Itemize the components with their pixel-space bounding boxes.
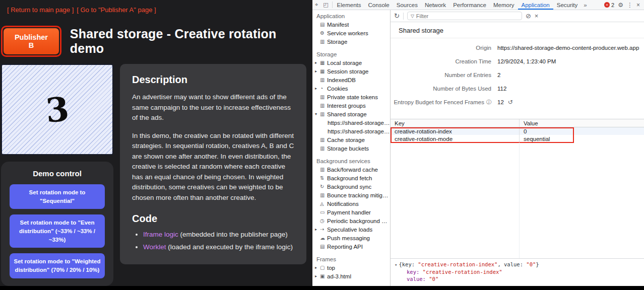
inspect-element-icon[interactable]: ⌖ xyxy=(312,0,320,10)
device-toolbar-icon[interactable]: ◰ xyxy=(320,0,331,10)
sidebar-item-reporting-api[interactable]: ▤Reporting API xyxy=(312,242,390,251)
delete-all-icon[interactable]: ⊘ xyxy=(526,12,531,20)
tab-network[interactable]: Network xyxy=(421,0,449,10)
sidebar-item-label: Push messaging xyxy=(327,235,370,241)
sidebar-item-periodic-background-s[interactable]: ◷Periodic background s… xyxy=(312,216,390,225)
close-devtools-icon[interactable]: × xyxy=(636,2,640,9)
sidebar-item-label: Cache storage xyxy=(327,137,365,143)
sidebar-section-title: Storage xyxy=(312,50,390,58)
preview-summary-line[interactable]: ▾{key: "creative-rotation-index", value:… xyxy=(395,261,640,268)
tab-elements[interactable]: Elements xyxy=(334,0,365,10)
filter-input[interactable] xyxy=(416,13,519,19)
reset-budget-icon[interactable]: ↺ xyxy=(508,99,513,106)
publisher-b-button[interactable]: Publisher B xyxy=(4,28,59,54)
preview-expander-icon[interactable]: ▾ xyxy=(395,262,397,267)
top-link-0[interactable]: [ Return to main page ] xyxy=(7,6,74,14)
tab-performance[interactable]: Performance xyxy=(449,0,490,10)
expand-icon[interactable]: ▸ xyxy=(315,265,320,270)
code-link-iframe-logic[interactable]: Iframe logic xyxy=(143,231,178,238)
sidebar-item-payment-handler[interactable]: ▭Payment handler xyxy=(312,208,390,216)
sidebar-item-bounce-tracking-mitiga[interactable]: ▥Bounce tracking mitiga… xyxy=(312,191,390,199)
preview-segment: {key: xyxy=(399,261,418,267)
sidebar-item-speculative-loads[interactable]: ▸⇢Speculative loads xyxy=(312,225,390,234)
sidebar-item-label: Private state tokens xyxy=(327,94,378,100)
table-row-creative-rotation-mode[interactable]: creative-rotation-modesequential xyxy=(391,135,644,142)
column-header-key[interactable]: Key xyxy=(391,119,519,127)
expand-icon[interactable]: ▸ xyxy=(315,274,320,278)
sidebar-item-manifest[interactable]: ▤Manifest xyxy=(312,20,390,29)
table-row-creative-rotation-index[interactable]: creative-rotation-index0 xyxy=(391,127,644,135)
sidebar-item-push-messaging[interactable]: ☁Push messaging xyxy=(312,234,390,242)
metadata-label-text: Entropy Budget for Fenced Frames xyxy=(394,99,484,105)
sidebar-item-ad-3-html[interactable]: ▸▣ad-3.html xyxy=(312,272,390,280)
metadata-label-text: Creation Time xyxy=(455,58,491,64)
page-title: Shared storage - Creative rotation demo xyxy=(70,27,312,56)
column-header-value[interactable]: Value xyxy=(519,119,644,127)
doc-icon: ▤ xyxy=(320,244,327,249)
tab-sources[interactable]: Sources xyxy=(393,0,421,10)
metadata-label: Entropy Budget for Fenced Framesⓘ xyxy=(391,99,491,106)
metadata-row-creation-time: Creation Time12/9/2024, 1:23:40 PM xyxy=(391,54,644,68)
expand-icon[interactable]: ▸ xyxy=(315,60,320,65)
sidebar-item-label: Storage buckets xyxy=(327,146,369,152)
sidebar-item-interest-groups[interactable]: ▥Interest groups xyxy=(312,101,390,110)
sidebar-item-https-shared-storage-d[interactable]: https://shared-storage-d… xyxy=(312,127,390,135)
metadata-label: Origin xyxy=(391,45,491,51)
sidebar-item-cache-storage[interactable]: ▥Cache storage xyxy=(312,135,390,144)
sidebar-item-back-forward-cache[interactable]: ▥Back/forward cache xyxy=(312,165,390,174)
iframe-icon: ▣ xyxy=(320,273,327,279)
rotation-mode-button-0[interactable]: Set rotation mode to "Sequential" xyxy=(10,184,105,209)
kebab-menu-icon[interactable]: ⋮ xyxy=(627,2,633,9)
tab-application[interactable]: Application xyxy=(518,0,553,10)
refresh-icon[interactable]: ↻ xyxy=(394,12,400,20)
metadata-label-text: Number of Bytes Used xyxy=(433,86,491,92)
sidebar-item-session-storage[interactable]: ▸▦Session storage xyxy=(312,67,390,76)
code-link-description: (embedded into the publisher page) xyxy=(178,231,288,238)
sidebar-item-shared-storage[interactable]: ▾▥Shared storage xyxy=(312,110,390,118)
sidebar-item-private-state-tokens[interactable]: ▥Private state tokens xyxy=(312,93,390,101)
code-list: Iframe logic (embedded into the publishe… xyxy=(132,230,294,253)
collapse-icon[interactable]: ▾ xyxy=(315,112,320,116)
code-link-worklet[interactable]: Worklet xyxy=(143,243,166,251)
sidebar-item-storage[interactable]: ▥Storage xyxy=(312,37,390,46)
code-link-description: (loaded and executed by the iframe logic… xyxy=(166,243,293,251)
sidebar-item-indexeddb[interactable]: ▥IndexedDB xyxy=(312,76,390,84)
metadata-value-text: 12 xyxy=(497,99,504,105)
settings-gear-icon[interactable]: ⚙ xyxy=(618,2,623,9)
sidebar-item-notifications[interactable]: ◬Notifications xyxy=(312,199,390,208)
db-icon: ▥ xyxy=(320,94,327,100)
sidebar-item-top[interactable]: ▸▢top xyxy=(312,263,390,272)
tab-security[interactable]: Security xyxy=(553,0,582,10)
sidebar-item-cookies[interactable]: ▸◔Cookies xyxy=(312,84,390,93)
sidebar-item-storage-buckets[interactable]: ▥Storage buckets xyxy=(312,144,390,153)
info-icon[interactable]: ⓘ xyxy=(486,99,491,106)
metadata-value-text: https://shared-storage-demo-content-prod… xyxy=(497,45,639,51)
rotation-mode-button-2[interactable]: Set rotation mode to "Weighted distribut… xyxy=(10,253,105,278)
more-tabs-icon[interactable]: » xyxy=(581,0,589,10)
description-panel: Description An advertiser may want to sh… xyxy=(120,64,306,264)
site-header: Publisher B Shared storage - Creative ro… xyxy=(1,26,312,57)
preview-summary: {key: "creative-rotation-index", value: … xyxy=(399,261,539,267)
expand-icon[interactable]: ▸ xyxy=(315,69,320,74)
rotation-mode-button-1[interactable]: Set rotation mode to "Even distribution"… xyxy=(10,214,105,248)
sidebar-item-local-storage[interactable]: ▸▦Local storage xyxy=(312,58,390,67)
sidebar-item-label: Storage xyxy=(327,39,347,45)
sidebar-item-background-fetch[interactable]: ⇅Background fetch xyxy=(312,174,390,182)
tab-console[interactable]: Console xyxy=(365,0,393,10)
description-paragraph: An advertiser may want to show different… xyxy=(132,92,294,123)
top-link-1[interactable]: [ Go to "Publisher A" page ] xyxy=(77,6,156,14)
preview-property-key: key: "creative-rotation-index" xyxy=(395,268,640,276)
tab-memory[interactable]: Memory xyxy=(490,0,518,10)
sidebar-item-https-shared-storage-d[interactable]: https://shared-storage-d… xyxy=(312,118,390,127)
expand-icon[interactable]: ▸ xyxy=(315,86,320,91)
expand-icon[interactable]: ▸ xyxy=(315,227,320,232)
sidebar-section-application: Application▤Manifest⚙Service workers▥Sto… xyxy=(312,12,390,46)
site-body: 3 Demo control Set rotation mode to "Seq… xyxy=(1,64,312,286)
error-icon: × xyxy=(604,2,610,8)
clear-icon[interactable]: × xyxy=(535,12,539,20)
sidebar-item-service-workers[interactable]: ⚙Service workers xyxy=(312,29,390,37)
metadata-list: Originhttps://shared-storage-demo-conten… xyxy=(391,38,644,109)
sidebar-item-background-sync[interactable]: ↻Background sync xyxy=(312,182,390,191)
table-filler xyxy=(391,142,644,258)
error-count-badge[interactable]: × 2 xyxy=(604,2,614,8)
